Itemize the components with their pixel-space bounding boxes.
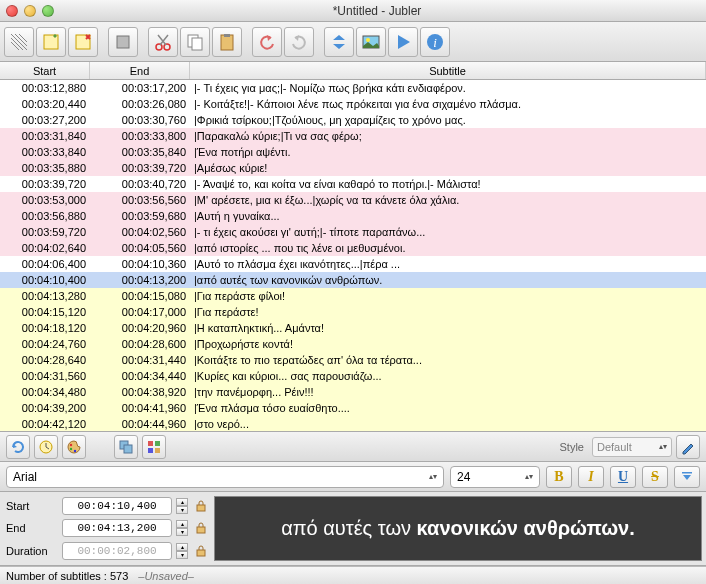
cut-button[interactable] bbox=[148, 27, 178, 57]
italic-button[interactable]: I bbox=[578, 466, 604, 488]
col-subtitle[interactable]: Subtitle bbox=[190, 62, 706, 79]
table-row[interactable]: 00:04:15,12000:04:17,000|Για περάστε! bbox=[0, 304, 706, 320]
svg-point-14 bbox=[70, 443, 72, 445]
cell-end: 00:04:28,600 bbox=[90, 336, 190, 352]
minimize-icon[interactable] bbox=[24, 5, 36, 17]
cell-start: 00:03:53,000 bbox=[0, 192, 90, 208]
cell-end: 00:04:10,360 bbox=[90, 256, 190, 272]
refresh-button[interactable] bbox=[6, 435, 30, 459]
preview-image-button[interactable] bbox=[356, 27, 386, 57]
end-spinner[interactable]: ▴▾ bbox=[176, 520, 188, 536]
table-row[interactable]: 00:04:06,40000:04:10,360|Αυτό το πλάσμα … bbox=[0, 256, 706, 272]
subtitle-preview[interactable]: από αυτές των κανονικών ανθρώπων. bbox=[214, 496, 702, 561]
table-row[interactable]: 00:03:39,72000:03:40,720|- Άναψέ το, και… bbox=[0, 176, 706, 192]
table-row[interactable]: 00:04:02,64000:04:05,560|από ιστορίες ..… bbox=[0, 240, 706, 256]
cell-subtitle: |Παρακαλώ κύριε;|Τι να σας φέρω; bbox=[190, 128, 706, 144]
clock-button[interactable] bbox=[34, 435, 58, 459]
col-start[interactable]: Start bbox=[0, 62, 90, 79]
undo-button[interactable] bbox=[252, 27, 282, 57]
table-row[interactable]: 00:04:28,64000:04:31,440|Κοιτάξτε το πιο… bbox=[0, 352, 706, 368]
start-spinner[interactable]: ▴▾ bbox=[176, 498, 188, 514]
lock-icon[interactable] bbox=[194, 544, 208, 558]
cell-start: 00:03:35,880 bbox=[0, 160, 90, 176]
table-row[interactable]: 00:04:34,48000:04:38,920|την πανέμορφη..… bbox=[0, 384, 706, 400]
info-button[interactable]: i bbox=[420, 27, 450, 57]
cell-end: 00:04:31,440 bbox=[90, 352, 190, 368]
table-row[interactable]: 00:04:24,76000:04:28,600|Προχωρήστε κοντ… bbox=[0, 336, 706, 352]
cell-start: 00:03:12,880 bbox=[0, 80, 90, 96]
bold-button[interactable]: B bbox=[546, 466, 572, 488]
copy-button[interactable] bbox=[180, 27, 210, 57]
cell-subtitle: |από αυτές των κανονικών ανθρώπων. bbox=[190, 272, 706, 288]
table-row[interactable]: 00:04:18,12000:04:20,960|Η καταπληκτική.… bbox=[0, 320, 706, 336]
duration-spinner[interactable]: ▴▾ bbox=[176, 543, 188, 559]
close-icon[interactable] bbox=[6, 5, 18, 17]
cell-start: 00:03:39,720 bbox=[0, 176, 90, 192]
cell-subtitle: |Φρικιά τσίρκου;|Τζούλιους, μη χαραμίζει… bbox=[190, 112, 706, 128]
svg-point-15 bbox=[70, 447, 72, 449]
lock-icon[interactable] bbox=[194, 499, 208, 513]
table-row[interactable]: 00:03:33,84000:03:35,840|Ένα ποτήρι αψέν… bbox=[0, 144, 706, 160]
delete-subtitle-button[interactable] bbox=[68, 27, 98, 57]
cell-start: 00:03:27,200 bbox=[0, 112, 90, 128]
cell-start: 00:04:42,120 bbox=[0, 416, 90, 432]
redo-button[interactable] bbox=[284, 27, 314, 57]
table-row[interactable]: 00:03:59,72000:04:02,560|- τι έχεις ακού… bbox=[0, 224, 706, 240]
table-row[interactable]: 00:04:31,56000:04:34,440|Κυρίες και κύρι… bbox=[0, 368, 706, 384]
table-row[interactable]: 00:03:53,00000:03:56,560|Μ' αρέσετε, μια… bbox=[0, 192, 706, 208]
status-bar: Number of subtitles : 573 –Unsaved– bbox=[0, 566, 706, 584]
table-row[interactable]: 00:03:12,88000:03:17,200|- Τι έχεις για … bbox=[0, 80, 706, 96]
cell-subtitle: |Αμέσως κύριε! bbox=[190, 160, 706, 176]
font-size-dropdown[interactable]: 24▴▾ bbox=[450, 466, 540, 488]
cell-subtitle: |Ένα πλάσμα τόσο ευαίσθητο.... bbox=[190, 400, 706, 416]
underline-button[interactable]: U bbox=[610, 466, 636, 488]
svg-rect-7 bbox=[221, 35, 233, 50]
start-input[interactable] bbox=[62, 497, 172, 515]
subtitle-table[interactable]: 00:03:12,88000:03:17,200|- Τι έχεις για … bbox=[0, 80, 706, 432]
layers-button[interactable] bbox=[114, 435, 138, 459]
strikethrough-button[interactable]: S bbox=[642, 466, 668, 488]
expand-button[interactable] bbox=[324, 27, 354, 57]
edit-style-button[interactable] bbox=[676, 435, 700, 459]
play-button[interactable] bbox=[388, 27, 418, 57]
col-end[interactable]: End bbox=[90, 62, 190, 79]
end-input[interactable] bbox=[62, 519, 172, 537]
svg-rect-19 bbox=[148, 441, 153, 446]
lock-icon[interactable] bbox=[194, 521, 208, 535]
paste-button[interactable] bbox=[212, 27, 242, 57]
window-titlebar: *Untitled - Jubler bbox=[0, 0, 706, 22]
saved-status: –Unsaved– bbox=[138, 570, 194, 582]
dropdown-button[interactable] bbox=[674, 466, 700, 488]
style-dropdown[interactable]: Default▴▾ bbox=[592, 437, 672, 457]
cell-subtitle: |Αυτή η γυναίκα... bbox=[190, 208, 706, 224]
table-row[interactable]: 00:03:20,44000:03:26,080|- Κοιτάξτε!|- Κ… bbox=[0, 96, 706, 112]
svg-rect-22 bbox=[155, 448, 160, 453]
zoom-icon[interactable] bbox=[42, 5, 54, 17]
palette-button[interactable] bbox=[62, 435, 86, 459]
cell-start: 00:04:24,760 bbox=[0, 336, 90, 352]
grid-button[interactable] bbox=[142, 435, 166, 459]
hatch-button[interactable] bbox=[4, 27, 34, 57]
table-row[interactable]: 00:03:56,88000:03:59,680|Αυτή η γυναίκα.… bbox=[0, 208, 706, 224]
svg-rect-24 bbox=[197, 505, 205, 511]
table-row[interactable]: 00:03:27,20000:03:30,760|Φρικιά τσίρκου;… bbox=[0, 112, 706, 128]
font-family-dropdown[interactable]: Arial▴▾ bbox=[6, 466, 444, 488]
box-button[interactable] bbox=[108, 27, 138, 57]
svg-point-16 bbox=[74, 449, 76, 451]
table-row[interactable]: 00:04:39,20000:04:41,960|Ένα πλάσμα τόσο… bbox=[0, 400, 706, 416]
table-row[interactable]: 00:04:10,40000:04:13,200|από αυτές των κ… bbox=[0, 272, 706, 288]
cell-end: 00:04:34,440 bbox=[90, 368, 190, 384]
format-row: Arial▴▾ 24▴▾ B I U S bbox=[0, 462, 706, 492]
cell-subtitle: |Αυτό το πλάσμα έχει ικανότητες...|πέρα … bbox=[190, 256, 706, 272]
cell-start: 00:04:10,400 bbox=[0, 272, 90, 288]
new-subtitle-button[interactable] bbox=[36, 27, 66, 57]
svg-point-4 bbox=[164, 44, 170, 50]
cell-end: 00:03:26,080 bbox=[90, 96, 190, 112]
duration-input[interactable] bbox=[62, 542, 172, 560]
table-row[interactable]: 00:04:42,12000:04:44,960|στο νερό... bbox=[0, 416, 706, 432]
table-row[interactable]: 00:04:13,28000:04:15,080|Για περάστε φίλ… bbox=[0, 288, 706, 304]
table-row[interactable]: 00:03:35,88000:03:39,720|Αμέσως κύριε! bbox=[0, 160, 706, 176]
cell-start: 00:03:56,880 bbox=[0, 208, 90, 224]
cell-subtitle: |Κυρίες και κύριοι... σας παρουσιάζω... bbox=[190, 368, 706, 384]
table-row[interactable]: 00:03:31,84000:03:33,800|Παρακαλώ κύριε;… bbox=[0, 128, 706, 144]
